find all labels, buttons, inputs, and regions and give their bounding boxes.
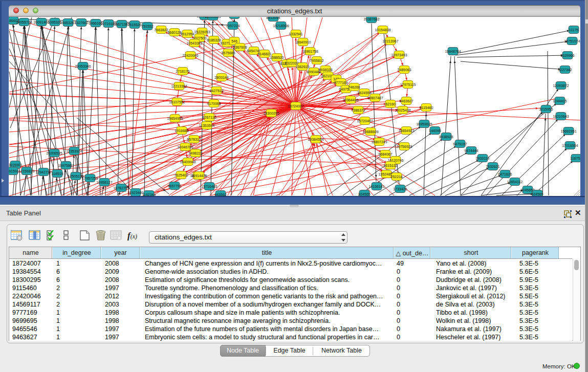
svg-text:14055724: 14055724 bbox=[16, 20, 32, 24]
svg-text:9329966: 9329966 bbox=[560, 54, 574, 57]
svg-text:144095: 144095 bbox=[429, 129, 441, 133]
svg-text:114519: 114519 bbox=[52, 172, 63, 176]
svg-text:943562: 943562 bbox=[214, 193, 226, 196]
svg-text:7515526: 7515526 bbox=[127, 23, 141, 27]
svg-text:6479197: 6479197 bbox=[453, 142, 467, 146]
svg-text:15716485: 15716485 bbox=[201, 185, 217, 188]
svg-text:3915901: 3915901 bbox=[9, 163, 23, 167]
svg-text:1588520: 1588520 bbox=[270, 56, 284, 59]
svg-text:12213383: 12213383 bbox=[171, 84, 187, 88]
svg-text:20206535: 20206535 bbox=[46, 151, 62, 155]
svg-text:2803144: 2803144 bbox=[214, 76, 228, 79]
svg-text:4170065: 4170065 bbox=[207, 102, 221, 105]
svg-text:16848784: 16848784 bbox=[445, 50, 461, 53]
svg-text:16654923: 16654923 bbox=[398, 129, 414, 133]
svg-text:10958127: 10958127 bbox=[96, 181, 112, 184]
svg-text:3498222: 3498222 bbox=[188, 151, 202, 155]
svg-text:18300295: 18300295 bbox=[263, 112, 279, 115]
svg-text:10973493: 10973493 bbox=[391, 53, 407, 57]
svg-text:1362615: 1362615 bbox=[295, 65, 309, 69]
svg-text:17016504: 17016504 bbox=[562, 144, 578, 147]
svg-text:2718176: 2718176 bbox=[176, 70, 189, 73]
svg-text:1615132: 1615132 bbox=[383, 164, 397, 167]
svg-text:10025438: 10025438 bbox=[395, 108, 410, 112]
svg-text:9657791: 9657791 bbox=[167, 184, 181, 188]
svg-text:7485063: 7485063 bbox=[397, 68, 411, 72]
svg-text:1327602: 1327602 bbox=[74, 21, 88, 25]
svg-text:8186328: 8186328 bbox=[207, 38, 221, 42]
svg-text:16053809: 16053809 bbox=[205, 17, 221, 18]
svg-text:1192344: 1192344 bbox=[142, 193, 156, 196]
svg-text:3624554: 3624554 bbox=[357, 91, 371, 95]
svg-text:18640910: 18640910 bbox=[295, 40, 311, 44]
svg-text:9146821: 9146821 bbox=[257, 52, 271, 56]
svg-text:7625402: 7625402 bbox=[174, 173, 188, 177]
svg-text:15720407: 15720407 bbox=[357, 119, 373, 123]
svg-text:16914479: 16914479 bbox=[191, 174, 207, 178]
svg-text:9777169: 9777169 bbox=[334, 81, 347, 84]
svg-text:10543382: 10543382 bbox=[186, 41, 202, 45]
svg-text:19654955: 19654955 bbox=[167, 117, 183, 120]
svg-text:19218506: 19218506 bbox=[273, 24, 289, 28]
svg-text:391591: 391591 bbox=[9, 169, 19, 173]
svg-text:12093872: 12093872 bbox=[553, 84, 569, 87]
svg-text:62160: 62160 bbox=[385, 102, 396, 106]
svg-text:12213967: 12213967 bbox=[382, 39, 398, 43]
svg-text:14136141: 14136141 bbox=[368, 185, 384, 188]
svg-text:16210643: 16210643 bbox=[553, 115, 569, 118]
svg-text:7955812: 7955812 bbox=[310, 59, 323, 62]
svg-text:16782759: 16782759 bbox=[113, 186, 129, 190]
svg-text:12505135: 12505135 bbox=[68, 174, 83, 178]
svg-text:7357224: 7357224 bbox=[226, 24, 239, 28]
svg-text:18807249: 18807249 bbox=[371, 140, 387, 144]
svg-text:18724007: 18724007 bbox=[288, 104, 303, 108]
svg-text:10653267: 10653267 bbox=[60, 21, 76, 25]
svg-text:9427512: 9427512 bbox=[209, 89, 223, 93]
svg-text:8322037: 8322037 bbox=[285, 61, 298, 65]
svg-text:3215955: 3215955 bbox=[539, 107, 553, 111]
svg-text:1916685: 1916685 bbox=[175, 129, 188, 133]
svg-text:10688609: 10688609 bbox=[362, 130, 378, 134]
svg-text:17957255: 17957255 bbox=[82, 177, 98, 180]
svg-text:9934028: 9934028 bbox=[318, 68, 332, 72]
svg-text:9227342: 9227342 bbox=[558, 68, 572, 72]
svg-text:7663822: 7663822 bbox=[154, 28, 168, 32]
svg-text:1244415: 1244415 bbox=[553, 99, 567, 103]
svg-text:1332541: 1332541 bbox=[289, 32, 302, 36]
svg-text:15751074: 15751074 bbox=[564, 39, 580, 43]
svg-text:9474444: 9474444 bbox=[464, 149, 478, 152]
svg-text:8813054: 8813054 bbox=[266, 17, 280, 19]
svg-text:3575685: 3575685 bbox=[221, 51, 235, 55]
svg-text:751552: 751552 bbox=[141, 25, 153, 28]
svg-text:1733426: 1733426 bbox=[393, 187, 407, 191]
svg-text:2933114: 2933114 bbox=[476, 157, 490, 160]
svg-text:5578312: 5578312 bbox=[187, 138, 201, 141]
svg-text:17975115: 17975115 bbox=[400, 83, 416, 86]
svg-text:924565: 924565 bbox=[358, 192, 370, 196]
svg-text:16107552: 16107552 bbox=[169, 100, 185, 104]
svg-text:9684067: 9684067 bbox=[378, 152, 392, 156]
svg-text:3912954: 3912954 bbox=[180, 32, 194, 36]
svg-text:20387682: 20387682 bbox=[363, 17, 379, 21]
svg-text:8267130: 8267130 bbox=[202, 116, 216, 119]
svg-text:8938928: 8938928 bbox=[439, 135, 453, 139]
svg-text:19384554: 19384554 bbox=[308, 138, 323, 141]
svg-text:11923446: 11923446 bbox=[128, 191, 144, 194]
svg-text:2367608: 2367608 bbox=[233, 46, 247, 49]
svg-text:12156829: 12156829 bbox=[18, 169, 34, 173]
svg-text:15692951: 15692951 bbox=[560, 129, 576, 133]
svg-text:7386372: 7386372 bbox=[351, 108, 365, 112]
svg-text:7632621: 7632621 bbox=[486, 165, 499, 168]
svg-text:20053346: 20053346 bbox=[75, 64, 91, 68]
svg-text:746266: 746266 bbox=[348, 85, 360, 89]
svg-text:9463627: 9463627 bbox=[399, 99, 413, 103]
svg-text:16961758: 16961758 bbox=[302, 50, 318, 53]
svg-text:8471626: 8471626 bbox=[498, 172, 512, 176]
svg-text:20756928: 20756928 bbox=[396, 145, 412, 148]
svg-text:10654112: 10654112 bbox=[507, 180, 523, 184]
svg-text:12942737: 12942737 bbox=[35, 170, 51, 174]
svg-text:10807487: 10807487 bbox=[367, 96, 383, 100]
svg-text:20091406: 20091406 bbox=[33, 20, 49, 24]
svg-text:8660128: 8660128 bbox=[167, 31, 181, 34]
svg-text:10154838: 10154838 bbox=[375, 28, 390, 32]
